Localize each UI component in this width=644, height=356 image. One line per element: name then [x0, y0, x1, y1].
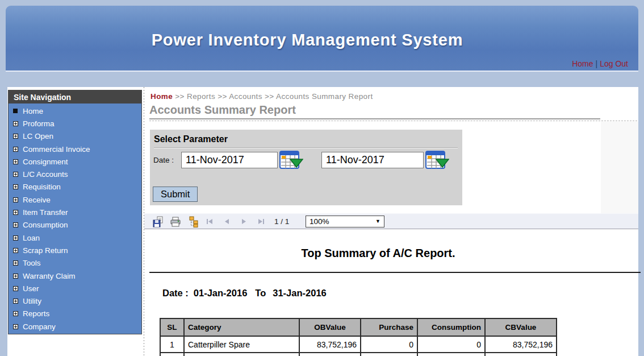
- table-cell: [160, 353, 184, 356]
- expand-plus-icon[interactable]: [13, 260, 18, 266]
- expand-plus-icon[interactable]: [13, 299, 18, 304]
- column-header: Consumption: [417, 318, 485, 336]
- print-icon[interactable]: [170, 216, 181, 227]
- next-page-icon[interactable]: [240, 218, 248, 225]
- previous-page-icon[interactable]: [223, 218, 231, 225]
- last-page-icon[interactable]: [257, 218, 265, 225]
- panel-title: Select Parameter: [154, 134, 458, 148]
- table-cell: [361, 353, 417, 356]
- sidebar-item-label: User: [23, 284, 39, 293]
- sidebar-item-label: Proforma: [23, 119, 55, 128]
- date-label: Date :: [153, 156, 174, 164]
- expand-plus-icon[interactable]: [13, 172, 18, 177]
- sidebar-item-label: LC Open: [23, 132, 53, 140]
- expand-plus-icon[interactable]: [13, 134, 18, 139]
- background-shade: [601, 122, 638, 213]
- sidebar-item-label: Consumption: [23, 221, 68, 229]
- calendar-icon[interactable]: [279, 151, 303, 169]
- column-header: SL: [160, 318, 184, 336]
- title-underline: [149, 118, 600, 119]
- report-date-to-label: To: [255, 288, 266, 298]
- title-dashed-line: [149, 121, 637, 121]
- calendar-icon[interactable]: [425, 151, 449, 169]
- expand-plus-icon[interactable]: [13, 274, 18, 279]
- expand-plus-icon[interactable]: [13, 210, 18, 215]
- date-from-input[interactable]: [181, 152, 278, 168]
- logout-link[interactable]: Log Out: [600, 59, 628, 68]
- sidebar-item-label: Requisition: [23, 183, 61, 191]
- sidebar-item-company[interactable]: Company: [9, 320, 141, 333]
- sidebar-item-lc-open[interactable]: LC Open: [9, 130, 141, 143]
- table-row: 1Catterpiller Spare83,752,1960083,752,19…: [160, 336, 557, 353]
- table-cell: 0: [417, 336, 485, 353]
- sidebar-item-warranty-claim[interactable]: Warranty Claim: [9, 270, 141, 282]
- sidebar-item-consumption[interactable]: Consumption: [9, 219, 141, 231]
- sidebar-item-scrap-return[interactable]: Scrap Return: [9, 244, 141, 256]
- sidebar-item-item-transfer[interactable]: Item Transfer: [9, 206, 141, 218]
- header-banner: Power Inventory Management System Home|L…: [6, 6, 638, 72]
- report-table-body: 1Catterpiller Spare83,752,1960083,752,19…: [160, 336, 557, 356]
- sidebar-item-label: Tools: [23, 259, 41, 267]
- zoom-select[interactable]: 100% ▼: [306, 216, 384, 227]
- sidebar-item-l-c-accounts[interactable]: L/C Accounts: [9, 168, 141, 180]
- site-navigation-panel: Site Navigation HomeProformaLC OpenComme…: [8, 90, 142, 334]
- expand-plus-icon[interactable]: [13, 311, 18, 316]
- sidebar-menu: HomeProformaLC OpenCommercial InvoiceCon…: [9, 104, 141, 334]
- expand-plus-icon[interactable]: [13, 248, 18, 253]
- column-header: OBValue: [299, 318, 361, 336]
- sidebar-item-label: Loan: [23, 234, 40, 242]
- home-link[interactable]: Home: [572, 59, 593, 68]
- column-header: Purchase: [361, 318, 417, 336]
- first-page-icon[interactable]: [206, 218, 214, 225]
- sidebar-item-user[interactable]: User: [9, 282, 141, 295]
- sidebar-item-home[interactable]: Home: [9, 105, 141, 117]
- breadcrumb-home[interactable]: Home: [150, 92, 173, 101]
- expand-plus-icon[interactable]: [13, 324, 18, 329]
- report-date-label: Date :: [162, 288, 189, 298]
- zoom-value: 100%: [310, 217, 329, 226]
- date-to-input[interactable]: [321, 152, 424, 168]
- group-tree-icon[interactable]: [188, 216, 199, 227]
- sidebar-item-label: Home: [23, 107, 43, 115]
- column-header: Category: [184, 318, 299, 336]
- expand-plus-icon[interactable]: [13, 222, 18, 227]
- sidebar-item-label: Consignment: [23, 158, 68, 166]
- expand-plus-icon[interactable]: [13, 184, 18, 189]
- app-title: Power Inventory Management System: [6, 31, 638, 49]
- expand-plus-icon[interactable]: [13, 121, 18, 126]
- sidebar-item-label: Company: [23, 322, 56, 331]
- report-heading-underline: [149, 272, 641, 273]
- table-cell: 83,752,196: [485, 336, 557, 353]
- table-cell: [485, 353, 557, 356]
- sidebar-item-reports[interactable]: Reports: [9, 308, 141, 320]
- expand-plus-icon[interactable]: [13, 235, 18, 241]
- breadcrumb: Home >> Reports >> Accounts >> Accounts …: [150, 92, 373, 101]
- sidebar-item-tools[interactable]: Tools: [9, 257, 141, 270]
- sidebar-item-loan[interactable]: Loan: [9, 231, 141, 244]
- sidebar-item-proforma[interactable]: Proforma: [9, 117, 141, 130]
- zoom-dropdown-arrow-icon: ▼: [375, 218, 380, 224]
- table-cell: [299, 353, 361, 356]
- export-icon[interactable]: [152, 216, 164, 227]
- table-cell: 0: [361, 336, 417, 353]
- page-indicator: 1 / 1: [274, 217, 289, 226]
- page-title: Accounts Summary Report: [149, 104, 296, 117]
- sidebar-item-commercial-invoice[interactable]: Commercial Invoice: [9, 143, 141, 155]
- expand-plus-icon[interactable]: [13, 159, 18, 164]
- main-area: Home >> Reports >> Accounts >> Accounts …: [144, 87, 638, 356]
- application-window: Power Inventory Management System Home|L…: [0, 0, 644, 356]
- expand-plus-icon[interactable]: [13, 147, 18, 152]
- table-cell: 1: [160, 336, 184, 353]
- sidebar-item-label: Item Transfer: [23, 208, 68, 217]
- submit-button[interactable]: Submit: [153, 187, 198, 202]
- expand-plus-icon[interactable]: [13, 197, 18, 202]
- sidebar-item-utility[interactable]: Utility: [9, 295, 141, 307]
- expand-plus-icon[interactable]: [13, 286, 18, 291]
- link-separator: |: [593, 59, 600, 68]
- table-cell: [184, 353, 299, 356]
- sidebar-item-consignment[interactable]: Consignment: [9, 155, 141, 168]
- sidebar-item-receive[interactable]: Receive: [9, 193, 141, 206]
- sidebar-item-requisition[interactable]: Requisition: [9, 181, 141, 193]
- report-table-header-row: SLCategoryOBValuePurchaseConsumptionCBVa…: [160, 318, 557, 336]
- sidebar-item-label: Warranty Claim: [23, 272, 76, 280]
